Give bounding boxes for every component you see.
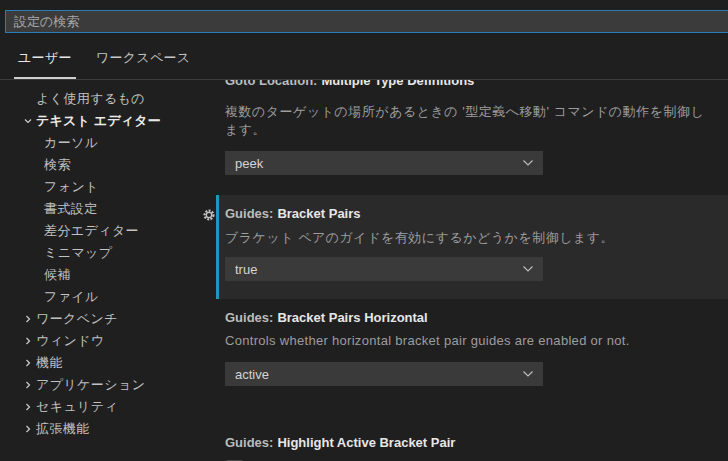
sidebar-item-cursor[interactable]: カーソル	[0, 132, 216, 154]
settings-list: Goto Location:Multiple Type Definitions …	[216, 80, 728, 461]
setting-title: Goto Location:Multiple Type Definitions	[225, 80, 474, 90]
chevron-down-icon	[522, 370, 534, 378]
bracket-pairs-dropdown[interactable]: true	[225, 257, 543, 281]
search-placeholder: 設定の検索	[14, 13, 79, 31]
sidebar-item-files[interactable]: ファイル	[0, 286, 216, 308]
tab-workspace[interactable]: ワークスペース	[96, 49, 191, 79]
chevron-down-icon	[20, 116, 36, 126]
chevron-right-icon	[20, 314, 36, 324]
sidebar-item-text-editor[interactable]: テキスト エディター	[0, 110, 216, 132]
gear-icon[interactable]	[202, 208, 216, 222]
sidebar-item-find[interactable]: 検索	[0, 154, 216, 176]
sidebar-item-formatting[interactable]: 書式設定	[0, 198, 216, 220]
setting-title: Guides:Highlight Active Bracket Pair	[225, 434, 712, 452]
chevron-right-icon	[20, 402, 36, 412]
sidebar-item-window[interactable]: ウィンドウ	[0, 330, 216, 352]
chevron-down-icon	[522, 159, 534, 167]
sidebar-item-features[interactable]: 機能	[0, 352, 216, 374]
sidebar-item-diff-editor[interactable]: 差分エディター	[0, 220, 216, 242]
multiple-type-definitions-dropdown[interactable]: peek	[225, 151, 543, 175]
settings-search-input[interactable]: 設定の検索	[5, 10, 728, 33]
scope-tabs: ユーザー ワークスペース	[0, 44, 728, 80]
tab-user[interactable]: ユーザー	[18, 49, 72, 79]
setting-row-bracket-pairs: Guides:Bracket Pairs ブラケット ペアのガイドを有効にするか…	[216, 195, 728, 299]
sidebar-item-extensions[interactable]: 拡張機能	[0, 418, 216, 440]
sidebar-item-commonly-used[interactable]: よく使用するもの	[0, 88, 216, 110]
sidebar-item-suggestions[interactable]: 候補	[0, 264, 216, 286]
sidebar-item-font[interactable]: フォント	[0, 176, 216, 198]
setting-description: 複数のターゲットの場所があるときの '型定義へ移動' コマンドの動作を制御します…	[225, 103, 712, 139]
chevron-down-icon	[522, 265, 534, 273]
setting-title: Guides:Bracket Pairs Horizontal	[225, 309, 712, 327]
sidebar-item-security[interactable]: セキュリティ	[0, 396, 216, 418]
setting-row-multiple-type-definitions: Goto Location:Multiple Type Definitions …	[216, 80, 728, 195]
setting-row-highlight-active-bracket-pair: Guides:Highlight Active Bracket Pair Con…	[216, 434, 728, 461]
chevron-right-icon	[20, 358, 36, 368]
setting-description: ブラケット ペアのガイドを有効にするかどうかを制御します。	[225, 229, 712, 247]
chevron-right-icon	[20, 336, 36, 346]
sidebar-item-application[interactable]: アプリケーション	[0, 374, 216, 396]
setting-description: Controls whether horizontal bracket pair…	[225, 332, 712, 350]
settings-tree-sidebar: よく使用するもの テキスト エディター カーソル 検索 フォント 書式設定 差分…	[0, 80, 216, 461]
chevron-right-icon	[20, 380, 36, 390]
chevron-right-icon	[20, 424, 36, 434]
setting-title: Guides:Bracket Pairs	[225, 205, 712, 223]
settings-header: 設定の検索 ユーザー ワークスペース	[0, 0, 728, 80]
bracket-pairs-horizontal-dropdown[interactable]: active	[225, 362, 543, 386]
setting-row-bracket-pairs-horizontal: Guides:Bracket Pairs Horizontal Controls…	[216, 309, 728, 406]
sidebar-item-workbench[interactable]: ワークベンチ	[0, 308, 216, 330]
sidebar-item-minimap[interactable]: ミニマップ	[0, 242, 216, 264]
